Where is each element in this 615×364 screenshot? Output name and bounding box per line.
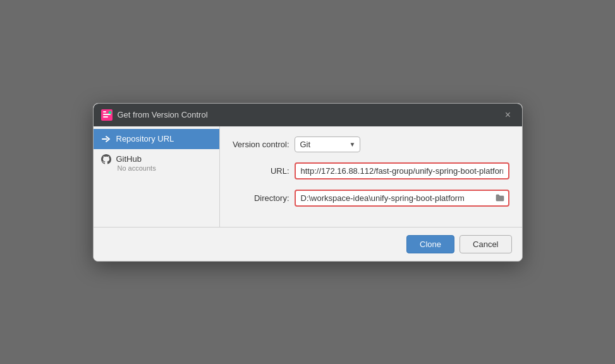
vc-label: Version control:: [233, 140, 289, 149]
dialog-title: Get from Version Control: [118, 110, 208, 119]
svg-rect-1: [103, 111, 106, 112]
browse-button[interactable]: [492, 191, 508, 205]
directory-row: Directory:: [233, 190, 509, 207]
title-bar: Get from Version Control ×: [94, 104, 522, 126]
folder-icon: [496, 193, 504, 202]
main-content: Version control: Git Mercurial Subversio…: [220, 126, 522, 227]
title-bar-left: Get from Version Control: [101, 109, 208, 121]
svg-point-4: [108, 111, 111, 114]
svg-rect-3: [103, 116, 108, 118]
vc-select-wrapper: Git Mercurial Subversion ▼: [295, 136, 360, 152]
app-icon: [101, 109, 113, 121]
sidebar-item-repository-url[interactable]: Repository URL: [94, 129, 219, 149]
directory-input[interactable]: [296, 191, 492, 205]
sidebar-github-top: GitHub: [101, 154, 212, 164]
vc-select[interactable]: Git Mercurial Subversion: [295, 136, 360, 152]
dialog-footer: Clone Cancel: [94, 227, 522, 261]
sidebar-github-label: GitHub: [116, 154, 142, 164]
clone-button[interactable]: Clone: [406, 235, 454, 253]
cancel-button[interactable]: Cancel: [460, 235, 511, 253]
sidebar-repo-url-label: Repository URL: [116, 134, 174, 143]
url-input[interactable]: [295, 162, 509, 179]
url-row: URL:: [233, 162, 509, 179]
sidebar-github-sub: No accounts: [118, 164, 212, 172]
dialog-body: Repository URL GitHub No accounts: [94, 126, 522, 227]
github-icon: [101, 154, 111, 164]
directory-label: Directory:: [233, 193, 289, 203]
close-button[interactable]: ×: [502, 109, 515, 121]
arrow-right-icon: [101, 134, 111, 144]
svg-rect-5: [102, 138, 107, 140]
version-control-row: Version control: Git Mercurial Subversio…: [233, 136, 509, 152]
directory-input-wrapper: [295, 190, 509, 207]
sidebar: Repository URL GitHub No accounts: [94, 126, 220, 227]
get-from-version-control-dialog: Get from Version Control × Repository UR…: [93, 103, 523, 262]
sidebar-item-github[interactable]: GitHub No accounts: [94, 149, 219, 177]
url-label: URL:: [233, 166, 289, 176]
